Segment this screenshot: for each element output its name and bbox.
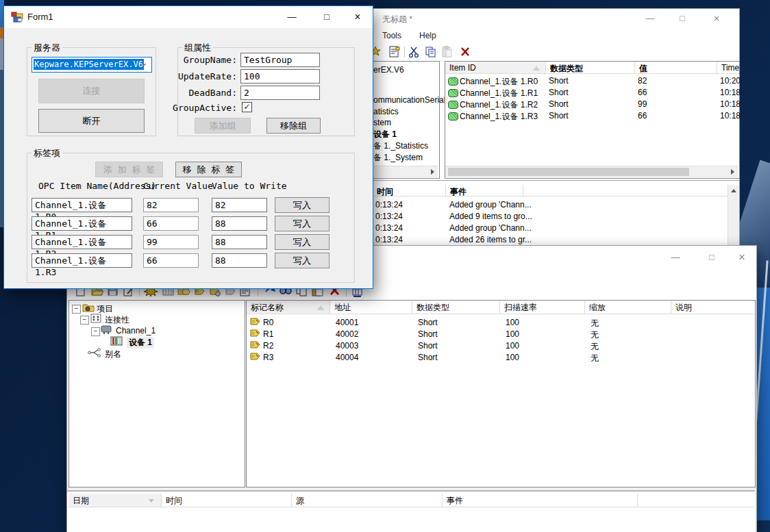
connectivity-icon: [90, 314, 103, 326]
updaterate-label: UpdateRate:: [151, 71, 237, 81]
connect-button[interactable]: 连接: [38, 79, 145, 103]
log-header-blank: [523, 185, 728, 197]
minimize-button[interactable]: —: [664, 250, 687, 265]
column-header-datatype[interactable]: 数据类型: [546, 62, 635, 74]
write-button[interactable]: 写入: [275, 216, 330, 231]
group-properties-label: 组属性: [182, 42, 213, 54]
deadband-label: DeadBand:: [151, 88, 237, 98]
tree-hscrollbar[interactable]: [372, 166, 438, 177]
kepserver-tag-table: 标记名称 地址 数据类型 扫描速率 缩放 说明 R0 40001 Short 1…: [246, 300, 756, 487]
server-combobox[interactable]: Kepware.KEPServerEX.V6 ⌄: [32, 57, 152, 73]
column-header-description[interactable]: 说明: [671, 301, 754, 314]
cut-icon[interactable]: [408, 46, 421, 58]
log-header-event[interactable]: 事件: [443, 494, 638, 507]
maximize-button[interactable]: □: [315, 10, 338, 25]
column-header-item-id[interactable]: Item ID: [445, 62, 546, 74]
item-name-field[interactable]: Channel_1.设备 1.R0: [32, 198, 132, 212]
quick-client-toolbar: [373, 43, 739, 62]
write-value-field[interactable]: 82: [212, 198, 267, 212]
deadband-field[interactable]: 2: [240, 86, 320, 100]
add-tag-button[interactable]: 添 加 标 签: [95, 162, 163, 177]
item-name-field[interactable]: Channel_1.设备 1.R3: [32, 253, 132, 268]
log-header-date[interactable]: 日期: [69, 494, 162, 507]
write-button[interactable]: 写入: [275, 197, 330, 213]
column-header-address[interactable]: 地址: [330, 301, 412, 314]
log-header-source[interactable]: 源: [292, 494, 443, 507]
desktop: 无标题 * — □ × Tools Help er: [0, 0, 770, 532]
server-groupbox-label: 服务器: [32, 42, 62, 54]
column-header-tagname[interactable]: 标记名称: [247, 301, 330, 314]
project-folder-icon: [82, 302, 95, 314]
maximize-button[interactable]: □: [700, 250, 723, 265]
log-header-event[interactable]: 事件: [446, 185, 523, 197]
tree-item[interactable]: erEX.V6: [373, 65, 404, 75]
properties-icon[interactable]: [388, 46, 401, 58]
kepserver-event-log: 日期 时间 源 事件: [67, 490, 755, 532]
item-name-field[interactable]: Channel_1.设备 1.R2: [32, 235, 132, 249]
current-value-field[interactable]: 99: [143, 235, 199, 249]
quick-client-tree-pane: erEX.V6 ommunicationSerializa atistics s…: [372, 61, 440, 179]
maximize-button[interactable]: □: [671, 11, 694, 26]
groupactive-label: GroupActive:: [151, 103, 237, 113]
server-combobox-value: Kepware.KEPServerEX.V6: [34, 59, 144, 70]
tree-item[interactable]: 备 1._Statistics: [373, 140, 428, 152]
device-icon: [110, 336, 124, 349]
current-value-field[interactable]: 66: [143, 216, 199, 231]
chevron-down-icon[interactable]: ⌄: [140, 57, 148, 68]
tree-item[interactable]: stem: [373, 118, 391, 127]
copy-icon[interactable]: [424, 46, 438, 58]
opc-item-icon: [448, 89, 458, 97]
opc-item-icon: [448, 101, 458, 109]
write-button[interactable]: 写入: [275, 234, 330, 250]
remove-group-button[interactable]: 移除组: [266, 118, 321, 134]
col-header-value-to-write: Value to Write: [212, 181, 287, 191]
write-value-field[interactable]: 88: [212, 253, 267, 268]
remove-tag-button[interactable]: 移 除 标 签: [175, 162, 242, 177]
close-button[interactable]: ×: [346, 10, 369, 25]
close-button[interactable]: ×: [705, 11, 728, 26]
write-button[interactable]: 写入: [275, 253, 330, 268]
list-hscrollbar[interactable]: [445, 166, 738, 177]
menu-help[interactable]: Help: [419, 31, 436, 40]
write-value-field[interactable]: 88: [212, 216, 267, 231]
updaterate-field[interactable]: 100: [240, 69, 320, 84]
item-name-field[interactable]: Channel_1.设备 1.R1: [32, 216, 132, 231]
opc-item-icon: [448, 112, 458, 121]
column-header-scanrate[interactable]: 扫描速率: [500, 301, 585, 314]
write-value-field[interactable]: 88: [212, 235, 267, 249]
kepserver-tree-pane: − 项目 − 连接性 − Channel_1 设备 1 别名: [69, 300, 245, 487]
tree-item[interactable]: ommunicationSerializa: [373, 95, 456, 105]
add-group-button[interactable]: 添加组: [195, 118, 251, 134]
form1-titlebar: Form1 — □ ×: [4, 6, 373, 29]
column-header-timestamp[interactable]: Times: [717, 62, 739, 74]
disconnect-button[interactable]: 断开: [38, 109, 145, 133]
log-vscrollbar[interactable]: [728, 185, 739, 246]
form1-window: Form1 — □ × 服务器 Kepware.KEPServerEX.V6 ⌄…: [3, 5, 373, 289]
groupactive-checkbox[interactable]: ✓: [242, 102, 252, 112]
minimize-button[interactable]: —: [638, 11, 662, 26]
toolbar-separator: [404, 47, 405, 58]
groupname-field[interactable]: TestGroup: [240, 53, 320, 67]
close-button[interactable]: ×: [730, 250, 754, 265]
log-header-time[interactable]: 时间: [373, 185, 446, 197]
minimize-button[interactable]: —: [280, 10, 303, 25]
current-value-field[interactable]: 82: [143, 198, 199, 212]
log-header-time[interactable]: 时间: [162, 494, 292, 507]
tree-item[interactable]: 备 1._System: [373, 152, 423, 164]
tree-item-selected[interactable]: 设备 1: [373, 129, 397, 140]
current-value-field[interactable]: 66: [143, 253, 199, 268]
tree-item[interactable]: atistics: [373, 107, 399, 116]
quick-client-menubar: Tools Help: [373, 28, 739, 43]
delete-icon[interactable]: [459, 46, 473, 58]
paste-icon[interactable]: [440, 46, 454, 58]
quick-client-titlebar: 无标题 * — □ ×: [373, 9, 739, 28]
window-title: Form1: [27, 12, 53, 22]
filter-icon: [149, 499, 154, 503]
column-header-value[interactable]: 值: [635, 62, 717, 74]
column-header-scaling[interactable]: 缩放: [585, 301, 671, 314]
menu-tools[interactable]: Tools: [382, 31, 401, 40]
column-header-datatype[interactable]: 数据类型: [412, 301, 500, 314]
opc-item-icon: [448, 77, 458, 86]
log-header-blank: [638, 494, 754, 507]
tag-icon: [250, 340, 264, 353]
